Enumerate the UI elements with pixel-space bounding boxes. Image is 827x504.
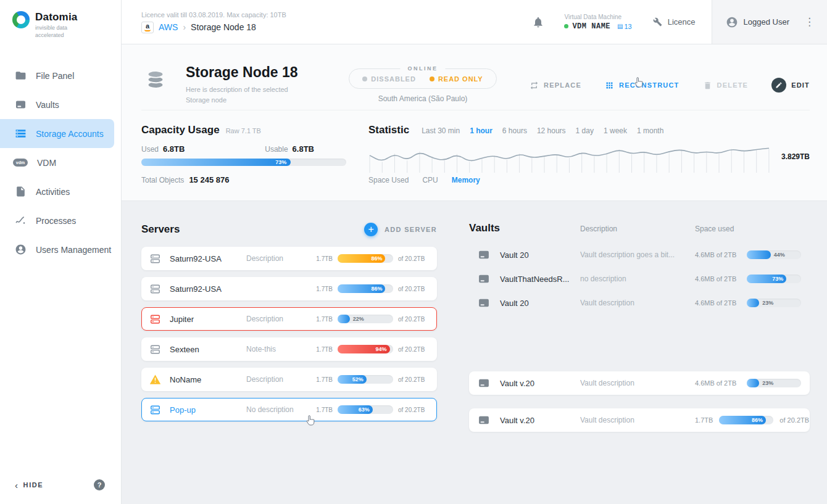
app-name: Datomia bbox=[35, 11, 77, 23]
vaults-panel: Vaults Description Space used Vault 20Va… bbox=[469, 222, 810, 504]
vault-row-vault-20[interactable]: Vault 20Vault description goes a bit...4… bbox=[469, 243, 810, 266]
sidebar-item-vaults[interactable]: Vaults bbox=[0, 90, 114, 119]
server-used: 1.7TB bbox=[310, 376, 333, 383]
server-description: No description bbox=[246, 405, 310, 414]
sidebar-item-vdm[interactable]: vdmVDM bbox=[0, 148, 114, 177]
server-row-sexteen[interactable]: SexteenNote-this1.7TB94%of 20.2TB bbox=[141, 337, 437, 361]
vault-space: 4.6MB of 2TB bbox=[695, 299, 741, 307]
region-label: South America (São Paulo) bbox=[349, 94, 497, 103]
statistic-peak-value: 3.829TB bbox=[781, 152, 810, 161]
server-row-saturn92-usa[interactable]: Saturn92-USADescription1.7TB86%of 20.2TB bbox=[141, 247, 437, 270]
server-description: Description bbox=[246, 375, 310, 384]
server-name: NoName bbox=[170, 375, 246, 384]
vault-row-vault-20[interactable]: Vault 20Vault description4.6MB of 2TB23% bbox=[469, 291, 810, 315]
range-12-hours[interactable]: 12 hours bbox=[537, 126, 566, 135]
sidebar-item-storage-accounts[interactable]: Storage Accounts bbox=[0, 119, 114, 148]
node-actions: REPLACERECONSTRUCTDELETEEDIT bbox=[506, 78, 810, 93]
server-row-saturn92-usa[interactable]: Saturn92-USA1.7TB86%of 20.2TB bbox=[141, 277, 437, 300]
vdm-name: VDM NAME bbox=[572, 22, 610, 31]
vault-row-vaultthatneedsr[interactable]: VaultThatNeedsR...no description4.6MB of… bbox=[469, 267, 810, 291]
breadcrumb-current: Storage Node 18 bbox=[191, 22, 256, 32]
vault-space: 4.6MB of 2TB bbox=[695, 275, 741, 283]
aws-letter: a bbox=[146, 23, 149, 30]
hide-label: HIDE bbox=[23, 481, 44, 489]
replace-button[interactable]: REPLACE bbox=[530, 81, 581, 90]
sidebar-item-label: Users Management bbox=[36, 245, 111, 255]
vdm-caption: Virtual Data Machine bbox=[564, 14, 631, 20]
server-row-jupiter[interactable]: JupiterDescription1.7TB22%of 20.2TB bbox=[141, 307, 437, 331]
vault-list: Vault 20Vault description goes a bit...4… bbox=[469, 243, 810, 432]
series-tab-cpu[interactable]: CPU bbox=[422, 176, 438, 184]
vault-icon bbox=[478, 377, 490, 389]
capacity-raw: Raw 7.1 TB bbox=[226, 127, 261, 134]
drive-icon bbox=[15, 99, 27, 110]
help-button[interactable]: ? bbox=[94, 479, 105, 490]
range-1-hour[interactable]: 1 hour bbox=[470, 126, 492, 135]
server-name: Jupiter bbox=[170, 315, 246, 324]
usage-progressbar: 23% bbox=[747, 379, 801, 387]
status-dot-icon bbox=[430, 76, 434, 81]
delete-button[interactable]: DELETE bbox=[703, 81, 749, 90]
vdm-selector[interactable]: Virtual Data Machine VDM NAME ▤ 13 bbox=[564, 14, 631, 31]
node-header: Storage Node 18 Here is description of t… bbox=[141, 44, 810, 110]
sidebar-item-users-management[interactable]: Users Management bbox=[0, 235, 114, 264]
statistic-ranges: Last 30 min1 hour6 hours12 hours1 day1 w… bbox=[422, 126, 663, 135]
sidebar-item-label: Storage Accounts bbox=[36, 129, 104, 139]
datomia-logo-icon bbox=[12, 11, 30, 28]
chevron-left-icon: ‹ bbox=[15, 480, 19, 490]
edit-button[interactable]: EDIT bbox=[771, 78, 810, 93]
sidebar-item-label: Vaults bbox=[36, 100, 59, 110]
server-used: 1.7TB bbox=[310, 286, 333, 292]
usage-progressbar: 22% bbox=[338, 315, 393, 323]
series-tab-memory[interactable]: Memory bbox=[452, 176, 480, 184]
vault-row-vault-v-20[interactable]: Vault v.20Vault description1.7TB86%of 20… bbox=[469, 408, 810, 432]
sidebar-item-file-panel[interactable]: File Panel bbox=[0, 61, 114, 90]
vdm-count-badge[interactable]: ▤ 13 bbox=[617, 23, 632, 30]
layers-icon: ▤ bbox=[617, 23, 623, 30]
sidebar-item-activities[interactable]: Activities bbox=[0, 177, 114, 206]
aws-icon[interactable]: a bbox=[141, 22, 154, 33]
status-option-read-only[interactable]: READ ONLY bbox=[430, 75, 483, 83]
vault-name: Vault 20 bbox=[500, 299, 580, 308]
status-option-dissabled[interactable]: DISSABLED bbox=[362, 75, 416, 83]
range-6-hours[interactable]: 6 hours bbox=[502, 126, 527, 135]
vault-icon bbox=[478, 297, 490, 309]
vault-row-vault-v-20[interactable]: Vault v.20Vault description4.6MB of 2TB2… bbox=[469, 371, 810, 395]
vault-capacity: of 20.2TB bbox=[779, 416, 809, 424]
server-row-noname[interactable]: NoNameDescription1.7TB52%of 20.2TB bbox=[141, 368, 437, 391]
replace-icon bbox=[530, 81, 539, 90]
range-1-month[interactable]: 1 month bbox=[637, 126, 663, 135]
server-row-pop-up[interactable]: Pop-upNo description1.7TB63%of 20.2TB bbox=[141, 398, 437, 421]
vdm-online-dot bbox=[564, 24, 568, 28]
user-circle-icon bbox=[726, 16, 738, 28]
capacity-percent: 73% bbox=[275, 159, 286, 165]
series-tab-space-used[interactable]: Space Used bbox=[368, 176, 409, 184]
sidebar-item-processes[interactable]: Processes bbox=[0, 206, 114, 235]
grid-icon bbox=[605, 81, 614, 90]
edit-label: EDIT bbox=[791, 81, 810, 89]
sidebar-item-label: Processes bbox=[36, 216, 76, 226]
add-server-button[interactable]: + ADD SERVER bbox=[364, 223, 437, 236]
vdm-count: 13 bbox=[624, 23, 631, 30]
user-icon bbox=[15, 244, 27, 255]
server-capacity: of 20.2TB bbox=[398, 346, 425, 353]
statistic-chart bbox=[368, 139, 771, 175]
logged-user-button[interactable]: Logged User bbox=[726, 16, 789, 28]
servers-title: Servers bbox=[141, 223, 180, 236]
reconstruct-button[interactable]: RECONSTRUCT bbox=[605, 81, 679, 90]
sidebar-item-label: File Panel bbox=[36, 71, 74, 81]
app-tagline: invisible data accelerated bbox=[35, 25, 77, 39]
range-last-30-min[interactable]: Last 30 min bbox=[422, 126, 460, 135]
hide-sidebar-button[interactable]: ‹ HIDE bbox=[15, 480, 43, 490]
range-1-day[interactable]: 1 day bbox=[576, 126, 594, 135]
kebab-menu-icon[interactable]: ⋮ bbox=[802, 15, 817, 28]
content: Storage Node 18 Here is description of t… bbox=[122, 44, 827, 504]
licence-button[interactable]: Licence bbox=[653, 17, 696, 27]
usage-progressbar: 86% bbox=[338, 284, 393, 293]
status-legend: ONLINE bbox=[400, 65, 445, 72]
delete-label: DELETE bbox=[717, 81, 749, 89]
range-1-week[interactable]: 1 week bbox=[604, 126, 627, 135]
upper-section: Storage Node 18 Here is description of t… bbox=[122, 44, 827, 201]
breadcrumb-provider[interactable]: AWS bbox=[159, 22, 178, 32]
notifications-bell-icon[interactable] bbox=[532, 16, 544, 28]
